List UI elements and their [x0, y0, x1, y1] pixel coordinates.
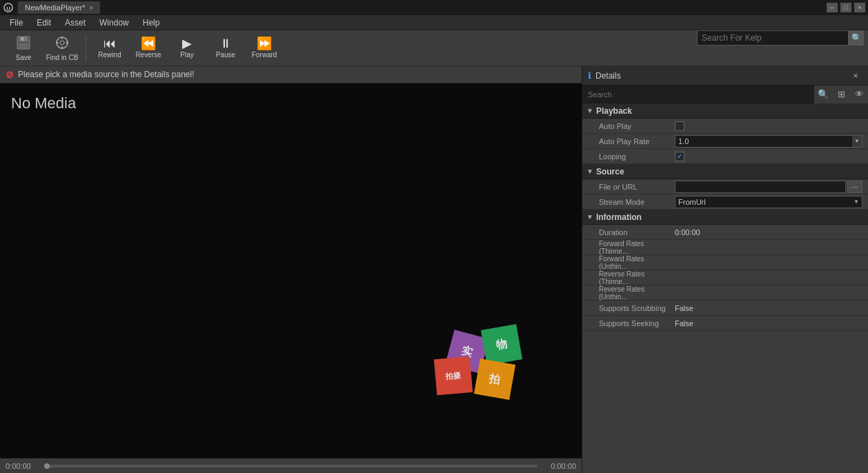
prop-stream-mode: Stream Mode FromUrl ▼ — [582, 194, 868, 210]
close-window-button[interactable]: × — [854, 3, 865, 12]
minimize-button[interactable]: ─ — [827, 3, 838, 12]
media-viewport: No Media 实 物 拍摄 拍 — [0, 83, 582, 458]
auto-play-rate-input-container: ▼ — [675, 135, 862, 148]
find-in-cb-label: Find in CB — [46, 54, 79, 61]
supports-seeking-label: Supports Seeking — [582, 319, 672, 328]
looping-value — [672, 152, 868, 161]
auto-play-rate-arrow[interactable]: ▼ — [852, 136, 862, 147]
save-icon — [16, 35, 31, 52]
section-header-playback[interactable]: ▼ Playback — [582, 103, 868, 119]
file-browse-button[interactable]: ··· — [847, 181, 862, 193]
tab-close-icon[interactable]: × — [89, 4, 93, 12]
reverse-label: Reverse — [135, 51, 161, 59]
looping-checkbox[interactable] — [675, 152, 684, 161]
section-header-source[interactable]: ▼ Source — [582, 164, 868, 179]
time-end: 0:00:00 — [542, 462, 576, 470]
section-header-information[interactable]: ▼ Information — [582, 210, 868, 225]
save-button[interactable]: Save — [6, 33, 41, 63]
details-search-input[interactable] — [582, 85, 814, 103]
media-player-panel: ⊘ Please pick a media source in the Deta… — [0, 66, 582, 473]
reverse-rates-unthinned-label: Reverse Rates (Unthin... — [582, 285, 672, 301]
prop-supports-scrubbing: Supports Scrubbing False — [582, 301, 868, 316]
menu-window[interactable]: Window — [92, 17, 136, 29]
information-arrow-icon: ▼ — [586, 213, 593, 221]
rewind-button[interactable]: ⏮ Rewind — [92, 33, 128, 63]
tab-new-media-player[interactable]: NewMediaPlayer* × — [18, 1, 100, 14]
prop-looping: Looping — [582, 149, 868, 164]
details-header: ℹ Details × — [582, 66, 868, 85]
prop-auto-play-rate: Auto Play Rate ▼ — [582, 134, 868, 149]
title-bar: U NewMediaPlayer* × ─ □ × — [0, 0, 868, 15]
pause-icon: ⏸ — [219, 37, 232, 50]
prop-file-or-url: File or URL ··· — [582, 179, 868, 194]
duration-value: 0:00:00 — [672, 228, 868, 236]
timeline-thumb[interactable] — [44, 463, 50, 469]
details-close-button[interactable]: × — [849, 69, 862, 83]
menu-edit[interactable]: Edit — [30, 17, 58, 29]
reverse-icon: ⏪ — [141, 37, 156, 50]
auto-play-value — [672, 121, 868, 131]
tab-label: NewMediaPlayer* — [25, 3, 85, 12]
forward-icon: ⏩ — [257, 37, 272, 50]
auto-play-rate-input[interactable] — [675, 137, 852, 145]
find-in-cb-button[interactable]: Find in CB — [44, 33, 80, 63]
prop-auto-play: Auto Play — [582, 119, 868, 134]
details-eye-button[interactable]: 👁 — [850, 85, 868, 103]
maximize-button[interactable]: □ — [840, 3, 851, 12]
supports-scrubbing-value: False — [672, 304, 868, 312]
details-panel: ℹ Details × 🔍 ⊞ 👁 ▼ Playback Auto Play — [582, 66, 868, 473]
duration-label: Duration — [582, 228, 672, 236]
search-for-kelp-input[interactable] — [697, 30, 849, 46]
prop-duration: Duration 0:00:00 — [582, 225, 868, 240]
pause-button[interactable]: ⏸ Pause — [208, 33, 244, 63]
menu-help[interactable]: Help — [136, 17, 167, 29]
title-bar-left: U NewMediaPlayer* × — [3, 1, 100, 14]
stream-mode-dropdown-arrow-icon: ▼ — [854, 199, 859, 205]
details-empty-area — [582, 331, 868, 469]
details-title: ℹ Details — [588, 70, 621, 81]
prop-reverse-rates-thinned: Reverse Rates (Thinne... — [582, 270, 868, 285]
stream-mode-dropdown[interactable]: FromUrl ▼ — [675, 196, 862, 208]
menu-bar: File Edit Asset Window Help 🔍 — [0, 15, 868, 30]
error-bar: ⊘ Please pick a media source in the Deta… — [0, 66, 582, 83]
information-section-label: Information — [596, 212, 642, 222]
error-icon: ⊘ — [6, 69, 14, 80]
source-arrow-icon: ▼ — [586, 168, 593, 175]
prop-reverse-rates-unthinned: Reverse Rates (Unthin... — [582, 285, 868, 301]
reverse-rates-thinned-label: Reverse Rates (Thinne... — [582, 270, 672, 285]
supports-seeking-value: False — [672, 319, 868, 328]
auto-play-checkbox[interactable] — [675, 121, 684, 131]
details-label: Details — [595, 71, 621, 81]
forward-button[interactable]: ⏩ Forward — [246, 33, 282, 63]
play-button[interactable]: ▶ Play — [169, 33, 205, 63]
main-area: ⊘ Please pick a media source in the Deta… — [0, 66, 868, 473]
supports-scrubbing-label: Supports Scrubbing — [582, 304, 672, 312]
timeline-track[interactable] — [44, 465, 537, 467]
file-or-url-value: ··· — [672, 179, 868, 194]
details-search-button[interactable]: 🔍 — [814, 85, 832, 103]
prop-forward-rates-unthinned: Forward Rates (Unthin... — [582, 255, 868, 270]
menu-asset[interactable]: Asset — [58, 17, 92, 29]
watermark-decoration: 实 物 拍摄 拍 — [375, 320, 526, 403]
timeline-bar: 0:00:00 0:00:00 — [0, 458, 582, 473]
reverse-button[interactable]: ⏪ Reverse — [130, 33, 166, 63]
details-grid-button[interactable]: ⊞ — [832, 85, 850, 103]
file-or-url-input[interactable] — [675, 181, 846, 193]
auto-play-rate-value: ▼ — [672, 134, 868, 149]
stream-mode-label: Stream Mode — [582, 198, 672, 206]
rewind-label: Rewind — [98, 51, 121, 59]
details-search-bar: 🔍 ⊞ 👁 — [582, 85, 868, 103]
error-message: Please pick a media source in the Detail… — [18, 70, 194, 79]
menu-file[interactable]: File — [3, 17, 30, 29]
svg-point-7 — [60, 41, 64, 45]
pause-label: Pause — [216, 51, 235, 59]
stream-mode-value: FromUrl ▼ — [672, 194, 868, 210]
forward-rates-thinned-label: Forward Rates (Thinne... — [582, 240, 672, 255]
playback-section-label: Playback — [596, 106, 632, 116]
time-start: 0:00:00 — [6, 462, 40, 470]
looping-label: Looping — [582, 152, 672, 161]
prop-forward-rates-thinned: Forward Rates (Thinne... — [582, 240, 868, 255]
source-section-label: Source — [596, 167, 624, 177]
auto-play-rate-label: Auto Play Rate — [582, 137, 672, 145]
no-media-label: No Media — [11, 94, 76, 112]
